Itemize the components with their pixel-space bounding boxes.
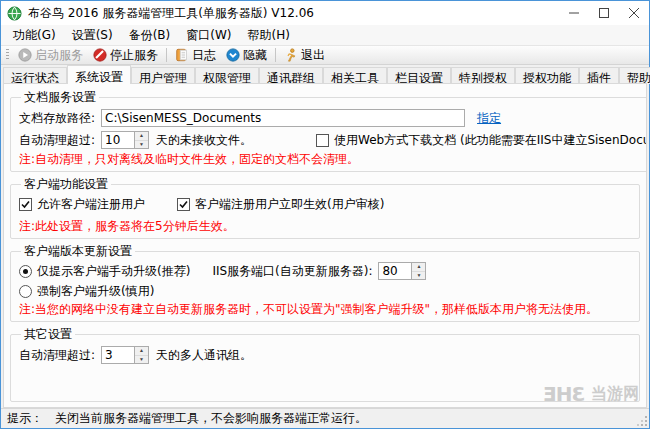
instant-effect-checkbox[interactable] xyxy=(177,198,190,211)
tab-communication-groups[interactable]: 通讯群组 xyxy=(259,67,323,84)
iis-port-input[interactable] xyxy=(379,263,411,279)
menu-item-help[interactable]: 帮助(H) xyxy=(240,25,298,46)
maximize-button[interactable] xyxy=(589,1,619,25)
menu-item-window[interactable]: 窗口(W) xyxy=(178,25,239,46)
iis-port-label: IIS服务端口(自动更新服务器): xyxy=(212,263,372,280)
manual-upgrade-radio[interactable] xyxy=(19,265,32,278)
exit-person-icon xyxy=(284,48,298,62)
tab-related-tools[interactable]: 相关工具 xyxy=(323,67,387,84)
web-download-label: 使用Web方式下载文档 (此功能需要在IIS中建立SisenDocuments节… xyxy=(334,132,647,149)
assign-path-link[interactable]: 指定 xyxy=(477,110,501,127)
tab-special-authorization[interactable]: 特别授权 xyxy=(451,67,515,84)
resize-grip-icon[interactable] xyxy=(636,415,648,427)
client-functions-note: 注:此处设置，服务器将在5分钟后生效。 xyxy=(19,218,631,235)
close-button[interactable] xyxy=(619,1,649,25)
web-download-checkbox-group[interactable]: 使用Web方式下载文档 (此功能需要在IIS中建立SisenDocuments节… xyxy=(316,132,647,149)
tab-authorized-functions[interactable]: 授权功能 xyxy=(515,67,579,84)
group-client-update: 客户端版本更新设置 仅提示客户端手动升级(推荐) IIS服务端口(自动更新服务器… xyxy=(10,243,640,322)
spin-up-icon[interactable]: ▲ xyxy=(135,347,148,356)
force-upgrade-radio-group[interactable]: 强制客户端升级(慎用) xyxy=(19,283,154,300)
auto-clean-label: 自动清理超过: xyxy=(19,132,95,149)
window-title: 布谷鸟 2016 服务器端管理工具(单服务器版) V12.06 xyxy=(28,5,314,22)
iis-port-stepper[interactable]: ▲ ▼ xyxy=(378,262,426,280)
spin-buttons: ▲ ▼ xyxy=(134,347,148,363)
menu-item-function[interactable]: 功能(G) xyxy=(5,25,64,46)
status-bar: 提示： 关闭当前服务器端管理工具，不会影响服务器端正常运行。 xyxy=(1,408,649,428)
document-path-input[interactable] xyxy=(101,109,465,127)
auto-clean-row: 自动清理超过: ▲ ▼ 天的未接收文件。 使用Web方式下载文档 (此功能需要在… xyxy=(19,129,647,151)
start-service-button[interactable]: 启动服务 xyxy=(13,47,88,64)
client-update-note: 注:当您的网络中没有建立自动更新服务器时，不可以设置为"强制客户端升级"，那样低… xyxy=(19,301,631,318)
maximize-icon xyxy=(599,8,609,18)
allow-register-checkbox-group[interactable]: 允许客户端注册用户 xyxy=(19,196,145,213)
group-clean-row: 自动清理超过: ▲ ▼ 天的多人通讯组。 xyxy=(19,344,631,366)
hide-label: 隐藏 xyxy=(243,47,267,64)
hide-arrow-icon xyxy=(226,48,240,62)
web-download-checkbox[interactable] xyxy=(316,134,329,147)
spin-up-icon[interactable]: ▲ xyxy=(412,263,425,272)
tab-plugins[interactable]: 插件 xyxy=(579,67,619,84)
play-icon xyxy=(18,48,32,62)
tab-running-status[interactable]: 运行状态 xyxy=(3,67,67,84)
auto-clean-suffix: 天的未接收文件。 xyxy=(156,132,252,149)
force-upgrade-label: 强制客户端升级(慎用) xyxy=(37,283,154,300)
tab-system-settings[interactable]: 系统设置 xyxy=(67,65,131,84)
log-button[interactable]: 日志 xyxy=(170,47,221,64)
app-globe-icon xyxy=(7,6,22,21)
hide-button[interactable]: 隐藏 xyxy=(221,47,272,64)
document-service-note: 注:自动清理，只对离线及临时文件生效，固定的文档不会清理。 xyxy=(19,151,647,168)
check-icon xyxy=(20,199,31,210)
exit-label: 退出 xyxy=(301,47,325,64)
toolbar-grip xyxy=(6,49,9,61)
close-icon xyxy=(629,8,639,18)
log-notebook-icon xyxy=(175,48,189,62)
auto-clean-days-input[interactable] xyxy=(102,132,134,148)
title-bar: 布谷鸟 2016 服务器端管理工具(单服务器版) V12.06 xyxy=(1,1,649,25)
tab-column-settings[interactable]: 栏目设置 xyxy=(387,67,451,84)
group-other-settings: 其它设置 自动清理超过: ▲ ▼ 天的多人通讯组。 xyxy=(10,326,640,402)
spin-down-icon[interactable]: ▼ xyxy=(135,356,148,364)
tab-permission-management[interactable]: 权限管理 xyxy=(195,67,259,84)
manual-upgrade-label: 仅提示客户端手动升级(推荐) xyxy=(37,263,190,280)
auto-clean-days-stepper[interactable]: ▲ ▼ xyxy=(101,131,149,149)
group-clean-days-stepper[interactable]: ▲ ▼ xyxy=(101,346,149,364)
menu-item-settings[interactable]: 设置(S) xyxy=(64,25,121,46)
exit-button[interactable]: 退出 xyxy=(279,47,330,64)
force-upgrade-radio[interactable] xyxy=(19,285,32,298)
menu-bar: 功能(G) 设置(S) 备份(B) 窗口(W) 帮助(H) xyxy=(1,25,649,45)
register-options-row: 允许客户端注册用户 客户端注册用户立即生效(用户审核) xyxy=(19,194,631,214)
menu-item-backup[interactable]: 备份(B) xyxy=(121,25,179,46)
status-label: 提示： xyxy=(7,410,43,427)
allow-register-checkbox[interactable] xyxy=(19,198,32,211)
minimize-button[interactable] xyxy=(559,1,589,25)
group-clean-days-input[interactable] xyxy=(102,347,134,363)
spin-buttons: ▲ ▼ xyxy=(134,132,148,148)
spin-down-icon[interactable]: ▼ xyxy=(412,272,425,280)
document-path-label: 文档存放路径: xyxy=(19,110,95,127)
app-window: 布谷鸟 2016 服务器端管理工具(单服务器版) V12.06 功能(G) 设置… xyxy=(0,0,650,429)
group-document-service: 文档服务设置 文档存放路径: 指定 自动清理超过: ▲ ▼ 天的未接收文件。 xyxy=(10,89,647,172)
spin-down-icon[interactable]: ▼ xyxy=(135,141,148,149)
group-title-client-update: 客户端版本更新设置 xyxy=(21,243,135,260)
manual-upgrade-row: 仅提示客户端手动升级(推荐) IIS服务端口(自动更新服务器): ▲ ▼ xyxy=(19,261,631,281)
spin-buttons: ▲ ▼ xyxy=(411,263,425,279)
start-service-label: 启动服务 xyxy=(35,47,83,64)
instant-effect-label: 客户端注册用户立即生效(用户审核) xyxy=(195,196,384,213)
log-label: 日志 xyxy=(192,47,216,64)
group-title-document-service: 文档服务设置 xyxy=(21,89,99,106)
instant-effect-checkbox-group[interactable]: 客户端注册用户立即生效(用户审核) xyxy=(177,196,384,213)
tab-page-system-settings: 文档服务设置 文档存放路径: 指定 自动清理超过: ▲ ▼ 天的未接收文件。 xyxy=(3,84,647,408)
manual-upgrade-radio-group[interactable]: 仅提示客户端手动升级(推荐) xyxy=(19,263,190,280)
document-path-row: 文档存放路径: 指定 xyxy=(19,107,647,129)
stop-service-button[interactable]: 停止服务 xyxy=(88,47,163,64)
spin-up-icon[interactable]: ▲ xyxy=(135,132,148,141)
radio-dot xyxy=(23,269,28,274)
force-upgrade-row: 强制客户端升级(慎用) xyxy=(19,281,631,301)
allow-register-label: 允许客户端注册用户 xyxy=(37,196,145,213)
tab-strip: 运行状态 系统设置 用户管理 权限管理 通讯群组 相关工具 栏目设置 特别授权 … xyxy=(1,65,649,84)
group-title-client-functions: 客户端功能设置 xyxy=(21,176,111,193)
tab-user-management[interactable]: 用户管理 xyxy=(131,67,195,84)
tab-help-info[interactable]: 帮助信息 xyxy=(619,67,650,84)
minimize-icon xyxy=(569,8,579,18)
stop-service-label: 停止服务 xyxy=(110,47,158,64)
